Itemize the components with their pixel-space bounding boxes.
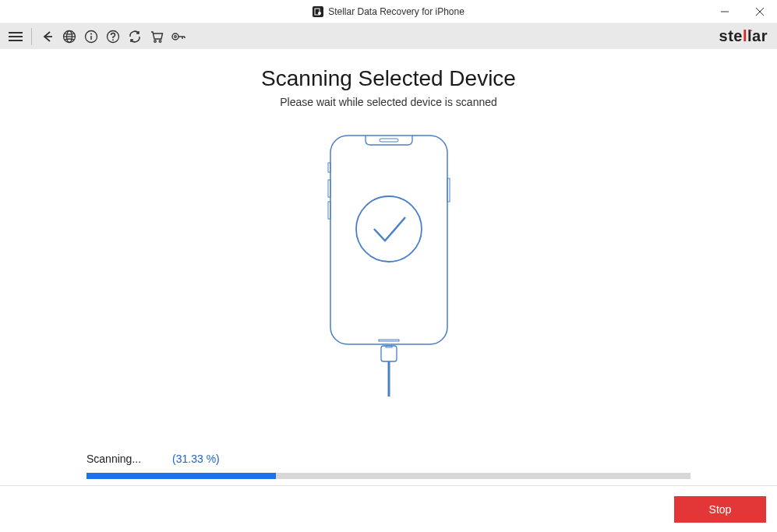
svg-rect-32 bbox=[381, 346, 397, 361]
svg-rect-29 bbox=[447, 178, 450, 202]
svg-rect-25 bbox=[380, 139, 398, 142]
menu-icon[interactable] bbox=[6, 27, 25, 46]
app-icon bbox=[313, 6, 323, 17]
svg-rect-24 bbox=[330, 136, 447, 344]
svg-point-13 bbox=[90, 33, 92, 34]
stop-button[interactable]: Stop bbox=[674, 496, 766, 523]
toolbar: stell..ar bbox=[0, 23, 777, 49]
toolbar-left bbox=[6, 27, 188, 46]
progress-status-label: Scanning... bbox=[87, 453, 141, 465]
svg-point-20 bbox=[175, 35, 177, 37]
page-title: Scanning Selected Device bbox=[261, 66, 516, 91]
main-content: Scanning Selected Device Please wait whi… bbox=[0, 49, 777, 485]
svg-rect-27 bbox=[328, 180, 330, 197]
progress-bar bbox=[87, 473, 690, 479]
close-button[interactable] bbox=[742, 0, 777, 23]
window-controls bbox=[707, 0, 777, 23]
progress-percent-label: (31.33 %) bbox=[172, 453, 220, 465]
window-title: Stellar Data Recovery for iPhone bbox=[328, 6, 464, 17]
refresh-icon[interactable] bbox=[125, 27, 144, 46]
svg-rect-26 bbox=[328, 163, 330, 172]
back-icon[interactable] bbox=[38, 27, 57, 46]
progress-fill bbox=[87, 473, 276, 479]
footer: Stop bbox=[0, 485, 777, 532]
svg-point-16 bbox=[112, 39, 114, 41]
svg-point-19 bbox=[172, 33, 178, 40]
svg-point-17 bbox=[154, 40, 157, 42]
toolbar-separator bbox=[31, 28, 32, 45]
brand-logo: stell..ar bbox=[719, 27, 768, 45]
svg-point-1 bbox=[318, 12, 321, 15]
svg-rect-33 bbox=[386, 346, 392, 347]
titlebar-title-group: Stellar Data Recovery for iPhone bbox=[313, 6, 464, 17]
phone-illustration bbox=[323, 132, 455, 400]
titlebar: Stellar Data Recovery for iPhone bbox=[0, 0, 777, 23]
info-icon[interactable] bbox=[82, 27, 101, 46]
globe-icon[interactable] bbox=[60, 27, 79, 46]
key-icon[interactable] bbox=[169, 27, 188, 46]
page-subtitle: Please wait while selected device is sca… bbox=[280, 96, 497, 108]
svg-rect-28 bbox=[328, 202, 330, 219]
svg-point-30 bbox=[356, 196, 422, 262]
svg-point-18 bbox=[159, 40, 161, 42]
minimize-button[interactable] bbox=[707, 0, 742, 23]
progress-section: Scanning... (31.33 %) bbox=[87, 453, 690, 479]
cart-icon[interactable] bbox=[147, 27, 166, 46]
svg-rect-31 bbox=[379, 340, 399, 341]
help-icon[interactable] bbox=[104, 27, 122, 46]
progress-labels: Scanning... (31.33 %) bbox=[87, 453, 690, 465]
